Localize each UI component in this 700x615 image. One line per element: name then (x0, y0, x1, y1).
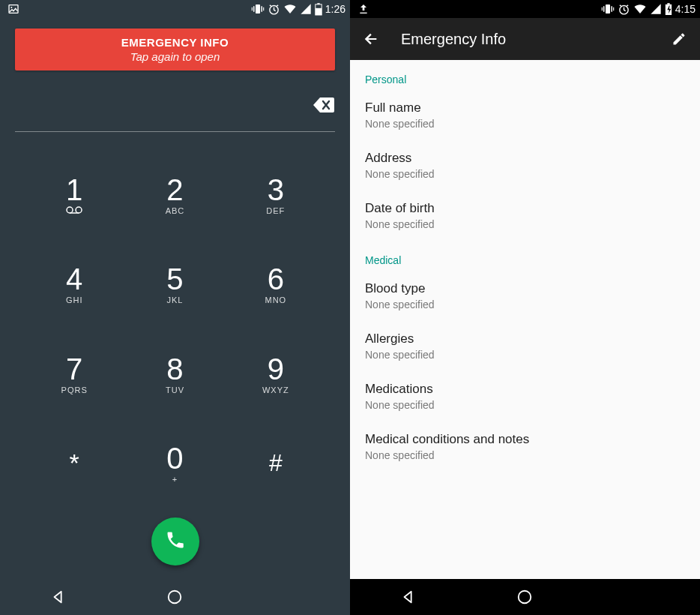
key-letters: MNO (265, 296, 286, 304)
wifi-icon (283, 2, 297, 16)
key-letters: GHI (66, 296, 83, 304)
setting-value: None specified (365, 298, 685, 310)
svg-point-25 (519, 591, 531, 604)
key-1[interactable]: 1 (24, 158, 124, 232)
setting-label: Medications (365, 382, 685, 397)
nav-home-button[interactable] (495, 589, 555, 605)
nav-bar (0, 579, 350, 615)
key-hash[interactable]: # (226, 427, 326, 502)
key-digit: 6 (268, 264, 284, 294)
svg-point-1 (10, 7, 12, 8)
dial-input[interactable] (15, 87, 335, 132)
emergency-banner-title: EMERGENCY INFO (21, 36, 329, 49)
setting-value: None specified (365, 399, 685, 411)
setting-value: None specified (365, 118, 685, 130)
key-digit: 2 (166, 175, 183, 205)
key-digit: 9 (268, 354, 284, 384)
key-3[interactable]: 3 DEF (226, 158, 326, 232)
page-title: Emergency Info (401, 31, 667, 48)
key-letters: JKL (167, 296, 184, 304)
alarm-icon (268, 3, 280, 16)
emergency-info-banner[interactable]: EMERGENCY INFO Tap again to open (15, 28, 335, 70)
svg-rect-19 (611, 6, 612, 12)
cell-signal-icon (300, 3, 312, 15)
key-letters: ABC (166, 206, 185, 215)
app-bar: Emergency Info (350, 18, 700, 60)
key-5[interactable]: 5 JKL (124, 248, 225, 322)
call-row (0, 504, 350, 579)
key-digit: 4 (66, 264, 82, 294)
key-4[interactable]: 4 GHI (24, 248, 124, 322)
status-bar: 4:15 (350, 0, 700, 18)
setting-blood-type[interactable]: Blood type None specified (350, 271, 700, 321)
vibrate-icon (251, 2, 265, 16)
key-digit: 7 (66, 354, 82, 384)
setting-allergies[interactable]: Allergies None specified (350, 321, 700, 371)
cell-signal-icon (650, 3, 662, 15)
key-9[interactable]: 9 WXYZ (226, 337, 326, 412)
svg-rect-2 (256, 4, 260, 14)
key-letters: WXYZ (262, 386, 289, 394)
key-8[interactable]: 8 TUV (124, 337, 225, 412)
key-7[interactable]: 7 PQRS (24, 337, 124, 412)
key-digit: # (269, 451, 283, 475)
setting-value: None specified (365, 449, 685, 461)
settings-list[interactable]: Personal Full name None specified Addres… (350, 60, 700, 579)
svg-rect-20 (602, 8, 603, 11)
image-icon (7, 3, 19, 15)
svg-point-14 (169, 591, 181, 604)
key-digit: 1 (66, 175, 82, 205)
wifi-icon (633, 2, 647, 16)
setting-label: Blood type (365, 281, 685, 296)
vibrate-icon (601, 2, 615, 16)
setting-label: Address (365, 151, 685, 166)
key-digit: * (70, 450, 79, 476)
key-star[interactable]: * (24, 427, 124, 502)
setting-medications[interactable]: Medications None specified (350, 371, 700, 422)
svg-rect-4 (261, 6, 262, 12)
screen-emergency-info: 4:15 Emergency Info Personal Full name N… (350, 0, 700, 615)
dial-keypad: 1 2 ABC 3 DEF 4 GHI 5 JKL 6 MNO 7 PQRS (0, 132, 350, 504)
svg-rect-6 (263, 8, 264, 11)
svg-point-11 (67, 207, 73, 213)
svg-rect-17 (606, 4, 610, 14)
backspace-icon[interactable] (313, 97, 335, 116)
key-letters: PQRS (61, 386, 88, 394)
voicemail-icon (66, 205, 82, 215)
battery-icon (315, 3, 322, 16)
key-digit: 3 (268, 175, 284, 205)
pencil-icon (672, 32, 687, 46)
key-digit: 8 (166, 354, 183, 384)
edit-button[interactable] (667, 27, 691, 51)
svg-rect-18 (603, 6, 605, 12)
nav-home-button[interactable] (145, 589, 205, 605)
setting-full-name[interactable]: Full name None specified (350, 90, 700, 140)
section-header-personal: Personal (350, 60, 700, 90)
key-digit: 0 (166, 443, 183, 473)
emergency-banner-subtitle: Tap again to open (21, 50, 329, 63)
setting-label: Date of birth (365, 201, 685, 216)
back-button[interactable] (359, 27, 383, 51)
upload-icon (357, 3, 369, 15)
svg-rect-3 (253, 6, 255, 12)
nav-bar (350, 579, 700, 615)
nav-back-button[interactable] (378, 589, 438, 605)
svg-point-12 (76, 207, 82, 213)
setting-medical-conditions[interactable]: Medical conditions and notes None specif… (350, 422, 700, 472)
setting-address[interactable]: Address None specified (350, 140, 700, 190)
key-2[interactable]: 2 ABC (124, 158, 225, 232)
svg-rect-16 (360, 13, 366, 14)
setting-value: None specified (365, 349, 685, 361)
svg-rect-21 (613, 8, 614, 11)
section-header-medical: Medical (350, 241, 700, 271)
svg-rect-23 (667, 3, 669, 4)
key-letters: + (172, 475, 178, 484)
screen-emergency-dialer: 1:26 EMERGENCY INFO Tap again to open 1 … (0, 0, 350, 615)
setting-date-of-birth[interactable]: Date of birth None specified (350, 190, 700, 241)
battery-charging-icon (665, 3, 672, 16)
status-clock: 4:15 (675, 3, 696, 15)
nav-back-button[interactable] (28, 589, 88, 605)
key-0[interactable]: 0 + (124, 427, 225, 502)
call-button[interactable] (151, 518, 199, 566)
key-6[interactable]: 6 MNO (226, 248, 326, 322)
